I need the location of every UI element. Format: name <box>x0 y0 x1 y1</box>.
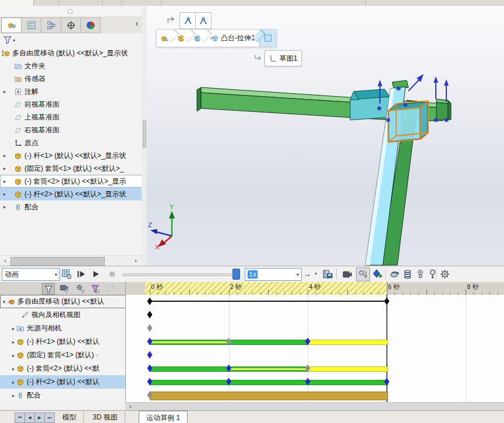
mate-button-1[interactable] <box>179 12 196 29</box>
motion-study-properties-button[interactable] <box>438 267 451 280</box>
tree-expand-icon[interactable]: ▸ <box>2 204 8 210</box>
animation-wizard-button[interactable] <box>341 267 354 280</box>
motion-tree-item[interactable]: ▸(-) 杆<1> (默认) <<默认 <box>0 335 125 348</box>
change-bar[interactable] <box>150 380 388 385</box>
motion-tree-item[interactable]: ▸配合 <box>0 389 125 402</box>
tab-featuremanager[interactable] <box>1 17 22 33</box>
playback-speed-combobox[interactable]: 1x ▾ <box>245 268 302 281</box>
filter-driving-button[interactable] <box>75 283 86 294</box>
feature-tree-item[interactable]: 上视基准面 <box>0 111 142 124</box>
calculate-button[interactable] <box>60 267 73 280</box>
play-button[interactable] <box>89 267 102 280</box>
tree-expand-icon[interactable]: ▸ <box>2 165 8 171</box>
feature-tree-item[interactable]: 文件夹 <box>0 59 142 72</box>
filter-selected-button[interactable] <box>90 283 101 294</box>
motion-tree-item[interactable]: ▸(-) 杆<2> (默认) <<默认 <box>0 375 125 389</box>
feature-tree-item[interactable]: 右视基准面 <box>0 124 142 136</box>
motion-tree-item[interactable]: ▾多自由度移动 (默认) <<默认 <box>0 295 125 308</box>
tree-expand-icon[interactable]: ▸ <box>10 379 16 385</box>
timeline-tracks[interactable] <box>125 295 504 402</box>
stop-button[interactable] <box>105 267 118 280</box>
study-type-combobox[interactable]: 动画 ▾ <box>2 268 60 281</box>
commandmanager-tab[interactable] <box>102 0 122 6</box>
motion-tree-item[interactable]: ▸(-) 套筒<2> (默认) <<默 <box>0 362 125 375</box>
change-bar[interactable] <box>308 340 388 345</box>
feature-tree-hscrollbar[interactable]: ‹ › <box>0 255 142 266</box>
commandmanager-tab[interactable] <box>121 0 161 6</box>
add-key-button[interactable] <box>371 267 384 280</box>
key-point[interactable] <box>147 298 153 305</box>
more-tabs-chevron-icon[interactable]: › <box>135 19 138 28</box>
sketch1-button[interactable]: 草图1 <box>265 50 302 66</box>
nav-prev-button[interactable]: ◀ <box>24 413 35 423</box>
gravity-button[interactable] <box>426 267 439 280</box>
escape-arrow-icon[interactable] <box>166 15 177 26</box>
commandmanager-tab[interactable] <box>33 0 59 6</box>
timeline-ruler[interactable]: 0 秒2 秒4 秒6 秒8 秒 <box>125 282 504 295</box>
feature-tree-item[interactable]: ▸(固定) 套筒<1> (默认) <<默认>_ <box>0 162 142 175</box>
commandmanager-tab[interactable] <box>161 0 366 6</box>
timeline-hscrollbar[interactable]: ‹ <box>125 402 504 411</box>
key-point[interactable] <box>147 325 153 332</box>
change-bar[interactable] <box>229 340 309 345</box>
tree-expand-icon[interactable]: ▸ <box>2 153 8 158</box>
rod1-end-cap[interactable] <box>436 99 451 120</box>
contact-button[interactable] <box>414 267 427 280</box>
feature-tree-item[interactable]: 传感器 <box>0 72 142 85</box>
change-bar[interactable] <box>150 366 230 372</box>
feature-tree-item[interactable]: ▸(-) 杆<2> (默认) <<默认>_显示状 <box>0 188 142 200</box>
scrollbar-thumb[interactable] <box>10 257 105 266</box>
tree-expand-icon[interactable]: ▸ <box>2 191 8 197</box>
study-tab-3[interactable]: 运动算例 1 <box>139 411 188 423</box>
filter-funnel-icon[interactable] <box>3 36 12 44</box>
change-bar[interactable] <box>150 340 230 345</box>
change-bar[interactable] <box>308 366 388 372</box>
tree-expand-icon[interactable]: ▸ <box>2 89 8 94</box>
tree-expand-icon[interactable]: ▸ <box>10 366 16 372</box>
graphics-area[interactable]: 凸台-拉伸1 草图1 Y Z X <box>147 6 504 266</box>
splitter-handle[interactable] <box>143 120 146 148</box>
feature-tree-item[interactable]: 多自由度移动 (默认) <<默认>_显示状 <box>0 47 142 59</box>
sleeve2[interactable] <box>389 102 428 142</box>
autokey-toggle-button[interactable] <box>356 267 370 281</box>
scroll-left-icon[interactable]: ‹ <box>126 403 135 411</box>
study-tab-1[interactable]: 模型 <box>55 411 84 423</box>
current-time-bar[interactable] <box>386 295 387 402</box>
filter-animated-button[interactable] <box>58 283 70 294</box>
key-point[interactable] <box>147 311 153 319</box>
tree-expand-icon[interactable]: ▾ <box>1 299 7 305</box>
motor-button[interactable] <box>388 267 401 280</box>
tab-propertymanager[interactable] <box>21 17 41 33</box>
playback-mode-dropdown[interactable]: ▾ <box>312 267 319 280</box>
breadcrumb-assembly[interactable] <box>157 30 173 47</box>
scroll-right-icon[interactable]: › <box>132 257 140 265</box>
motion-tree-item[interactable]: 视向及相机视图 <box>0 308 125 322</box>
commandmanager-tab[interactable] <box>0 0 34 6</box>
nav-next-button[interactable]: ▶ <box>34 413 45 423</box>
feature-tree-item[interactable]: 前视基准面 <box>0 98 142 111</box>
tree-expand-icon[interactable]: ▸ <box>10 352 16 358</box>
feature-tree-item[interactable]: 原点 <box>0 136 142 149</box>
key-point[interactable] <box>147 351 153 359</box>
filter-dropdown-icon[interactable]: ▾ <box>13 38 15 43</box>
tree-expand-icon[interactable]: ▸ <box>10 393 16 399</box>
sleeve1[interactable] <box>350 89 390 120</box>
study-tab-2[interactable]: 3D 视图 <box>86 411 125 423</box>
key-point[interactable] <box>384 298 389 305</box>
change-bar[interactable] <box>229 366 309 372</box>
tab-displaymanager[interactable] <box>80 17 101 33</box>
tree-expand-icon[interactable]: ▸ <box>10 326 16 332</box>
feature-tree-item[interactable]: ▸配合 <box>0 200 142 213</box>
tab-dimxpertmanager[interactable] <box>61 17 81 33</box>
nav-first-button[interactable]: ⏮ <box>15 413 25 423</box>
save-animation-button[interactable] <box>321 267 334 280</box>
tree-expand-icon[interactable]: ▸ <box>10 339 16 345</box>
tab-configurationmanager[interactable] <box>41 17 61 33</box>
nav-last-button[interactable]: ⏭ <box>44 413 55 423</box>
tree-expand-icon[interactable]: ▸ <box>2 178 8 184</box>
motion-tree-item[interactable]: ▸(固定) 套筒<1> (默认) · <box>0 348 125 362</box>
playback-mode-button[interactable]: → <box>302 267 312 280</box>
change-bar[interactable] <box>150 392 388 400</box>
feature-tree-item[interactable]: ▸(-) 套筒<2> (默认) <<默认>_显示 <box>0 175 142 188</box>
commandmanager-tab[interactable] <box>58 0 103 6</box>
